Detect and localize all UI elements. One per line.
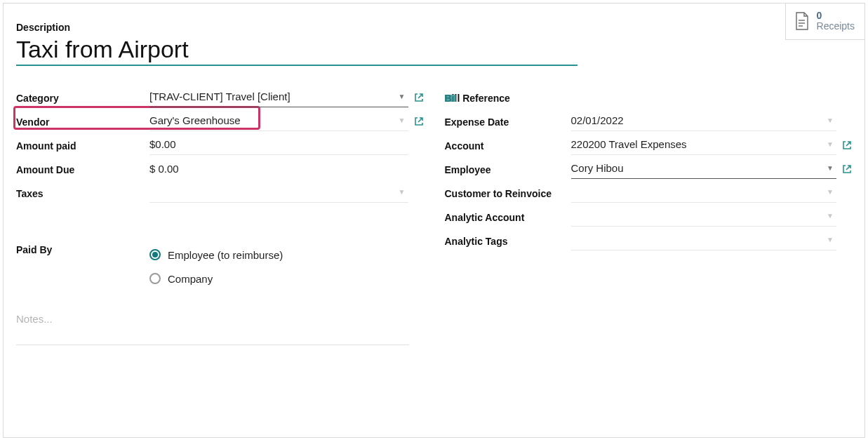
bill-reference-label: Bill Reference (445, 91, 571, 104)
receipts-count: 0 (817, 11, 855, 20)
customer-reinvoice-label: Customer to Reinvoice (445, 187, 571, 199)
taxes-label: Taxes (16, 187, 149, 199)
description-input[interactable] (16, 36, 577, 66)
category-row: Category [TRAV-CLIENT] Travel [Client] ▼ (16, 86, 424, 109)
customer-reinvoice-row: Customer to Reinvoice ▼ (445, 181, 853, 205)
analytic-tags-row: Analytic Tags ▼ (445, 229, 853, 253)
amount-due-row: Amount Due $ 0.00 (16, 157, 424, 181)
expense-form-page: 0 Receipts Description Category [TRAV-CL… (0, 0, 868, 442)
customer-reinvoice-value (571, 191, 824, 194)
account-label: Account (445, 139, 571, 152)
chevron-down-icon: ▼ (396, 93, 408, 100)
bill-reference-row: Bill Reference (445, 86, 853, 109)
analytic-tags-select[interactable]: ▼ (571, 231, 837, 250)
employee-value: Cory Hibou (571, 161, 824, 175)
document-icon (794, 12, 810, 30)
analytic-tags-label: Analytic Tags (445, 234, 571, 247)
vendor-label: Vendor (16, 115, 149, 128)
chevron-down-icon: ▼ (824, 188, 836, 196)
category-value: [TRAV-CLIENT] Travel [Client] (149, 89, 396, 104)
left-column: Category [TRAV-CLIENT] Travel [Client] ▼… (16, 86, 424, 347)
radio-checked-icon (149, 249, 161, 260)
account-select[interactable]: 220200 Travel Expenses ▼ (571, 135, 837, 155)
bill-reference-input[interactable] (571, 88, 853, 107)
vendor-select[interactable]: Gary's Greenhouse ▼ (149, 112, 408, 131)
external-link-icon[interactable] (842, 140, 852, 150)
amount-paid-value: $0.00 (149, 137, 408, 152)
paid-by-employee-option[interactable]: Employee (to reimburse) (149, 244, 283, 265)
analytic-account-row: Analytic Account ▼ (445, 205, 853, 229)
taxes-select[interactable]: ▼ (149, 183, 408, 203)
analytic-tags-value (571, 239, 824, 241)
amount-paid-row: Amount paid $0.00 (16, 133, 424, 157)
bill-ref-highlight-icon (445, 95, 456, 102)
chevron-down-icon: ▼ (396, 116, 408, 124)
receipts-label: Receipts (817, 20, 855, 32)
expense-date-value: 02/01/2022 (571, 113, 824, 128)
vendor-value: Gary's Greenhouse (149, 113, 396, 128)
notes-section (16, 309, 409, 347)
expense-date-row: Expense Date 02/01/2022 ▼ (445, 109, 853, 133)
paid-by-company-option[interactable]: Company (149, 268, 283, 289)
amount-due-field: $ 0.00 (149, 159, 408, 179)
form-sheet: 0 Receipts Description Category [TRAV-CL… (3, 3, 865, 438)
chevron-down-icon: ▼ (824, 164, 836, 172)
employee-label: Employee (445, 163, 571, 175)
expense-date-input[interactable]: 02/01/2022 ▼ (571, 112, 837, 131)
notes-input[interactable] (16, 309, 409, 345)
paid-by-radio-group: Employee (to reimburse) Company (149, 243, 283, 292)
amount-due-label: Amount Due (16, 163, 149, 175)
paid-by-label: Paid By (16, 243, 149, 255)
external-link-icon[interactable] (414, 116, 424, 126)
radio-unchecked-icon (149, 273, 161, 284)
taxes-value (149, 191, 396, 194)
amount-paid-label: Amount paid (16, 139, 149, 152)
employee-row: Employee Cory Hibou ▼ (445, 157, 853, 181)
form-body: Description Category [TRAV-CLIENT] Trave… (4, 4, 864, 354)
description-label: Description (16, 22, 852, 33)
amount-paid-field[interactable]: $0.00 (149, 135, 408, 155)
chevron-down-icon: ▼ (824, 140, 836, 148)
expense-date-label: Expense Date (445, 115, 571, 128)
employee-select[interactable]: Cory Hibou ▼ (571, 159, 837, 179)
external-link-icon[interactable] (414, 93, 424, 102)
category-label: Category (16, 91, 149, 104)
vendor-row: Vendor Gary's Greenhouse ▼ (16, 109, 424, 133)
account-row: Account 220200 Travel Expenses ▼ (445, 133, 853, 157)
chevron-down-icon: ▼ (396, 188, 408, 196)
chevron-down-icon: ▼ (824, 212, 836, 220)
taxes-row: Taxes ▼ (16, 181, 424, 205)
paid-by-company-label: Company (168, 273, 213, 285)
paid-by-row: Paid By Employee (to reimburse) Company (16, 243, 424, 292)
receipts-button[interactable]: 0 Receipts (785, 4, 864, 40)
analytic-account-value (571, 215, 824, 217)
customer-reinvoice-select[interactable]: ▼ (571, 183, 837, 203)
category-select[interactable]: [TRAV-CLIENT] Travel [Client] ▼ (149, 88, 408, 107)
amount-due-value: $ 0.00 (149, 161, 408, 176)
receipts-text: 0 Receipts (817, 11, 855, 32)
chevron-down-icon: ▼ (824, 116, 836, 124)
right-column: Bill Reference Expense Date 02/01/2022 ▼ (445, 86, 853, 347)
analytic-account-select[interactable]: ▼ (571, 207, 837, 227)
external-link-icon[interactable] (842, 164, 852, 174)
paid-by-employee-label: Employee (to reimburse) (168, 249, 283, 261)
analytic-account-label: Analytic Account (445, 210, 571, 223)
chevron-down-icon: ▼ (824, 236, 836, 243)
account-value: 220200 Travel Expenses (571, 137, 824, 152)
bill-reference-value (571, 95, 853, 98)
